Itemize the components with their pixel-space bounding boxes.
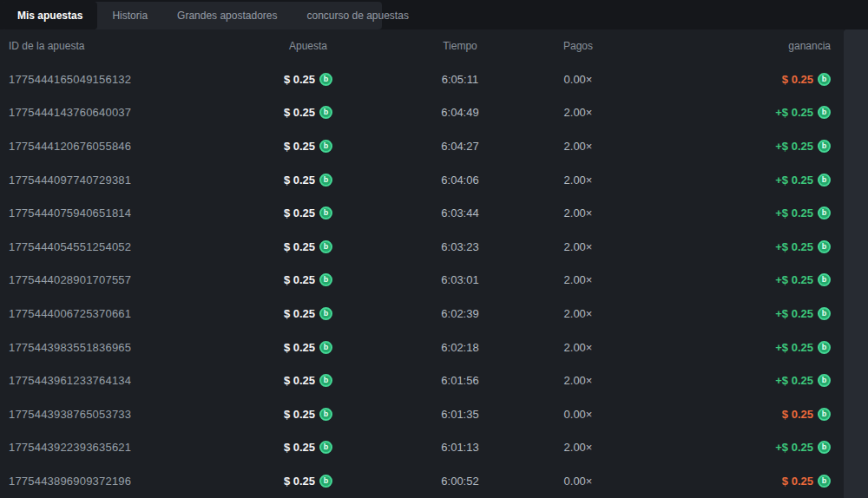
coin-icon: b — [818, 341, 831, 354]
bet-amount-cell: $ 0.25 b — [243, 374, 373, 387]
table-row[interactable]: 1775443896909372196 $ 0.25 b 6:00:52 0.0… — [0, 464, 844, 498]
table-row[interactable]: 1775444165049156132 $ 0.25 b 6:05:11 0.0… — [0, 62, 844, 96]
bet-time: 6:02:39 — [373, 307, 547, 320]
table-row[interactable]: 1775444075940651814 $ 0.25 b 6:03:44 2.0… — [0, 196, 844, 230]
table-row[interactable]: 1775444006725370661 $ 0.25 b 6:02:39 2.0… — [0, 297, 844, 331]
profit-amount: $ 0.25 — [782, 73, 813, 86]
bet-payout-multiplier: 2.00× — [547, 174, 609, 187]
bet-time: 6:04:49 — [373, 106, 547, 119]
profit-cell: +$ 0.25 b — [609, 273, 831, 286]
coin-icon: b — [319, 240, 332, 253]
coin-icon: b — [319, 475, 332, 488]
bet-time: 6:00:52 — [373, 475, 547, 488]
column-header-bet: Apuesta — [243, 40, 373, 52]
bet-amount: $ 0.25 — [284, 273, 315, 286]
bet-amount-cell: $ 0.25 b — [243, 174, 373, 187]
profit-cell: +$ 0.25 b — [609, 341, 831, 354]
coin-icon: b — [319, 341, 332, 354]
vertical-scrollbar[interactable] — [844, 29, 868, 498]
coin-icon: b — [818, 73, 831, 86]
table-row[interactable]: 1775444143760640037 $ 0.25 b 6:04:49 2.0… — [0, 96, 844, 130]
profit-amount: +$ 0.25 — [775, 206, 813, 220]
profit-amount: +$ 0.25 — [775, 174, 813, 187]
bets-table: ID de la apuesta Apuesta Tiempo Pagos ga… — [0, 29, 844, 498]
bet-payout-multiplier: 2.00× — [547, 374, 609, 387]
bet-payout-multiplier: 2.00× — [547, 206, 609, 220]
tab-grandes-apostadores[interactable]: Grandes apostadores — [162, 2, 292, 29]
bet-payout-multiplier: 2.00× — [547, 140, 609, 153]
coin-icon: b — [818, 140, 831, 153]
coin-icon: b — [818, 374, 831, 387]
table-row[interactable]: 1775443922393635621 $ 0.25 b 6:01:13 2.0… — [0, 431, 844, 465]
bet-id: 1775444120676055846 — [9, 140, 243, 153]
bet-amount: $ 0.25 — [284, 475, 315, 488]
bet-amount: $ 0.25 — [284, 341, 315, 354]
bet-payout-multiplier: 0.00× — [547, 408, 609, 421]
bet-amount: $ 0.25 — [284, 73, 315, 86]
bets-page: Mis apuestas Historia Grandes apostadore… — [0, 0, 868, 498]
bet-payout-multiplier: 2.00× — [547, 106, 609, 119]
bet-time: 6:03:23 — [373, 240, 547, 253]
bet-payout-multiplier: 2.00× — [547, 240, 609, 253]
coin-icon: b — [319, 106, 332, 119]
bet-time: 6:04:27 — [373, 140, 547, 153]
bet-time: 6:03:01 — [373, 273, 547, 286]
bets-tab-bar: Mis apuestas Historia Grandes apostadore… — [3, 2, 382, 29]
bet-amount-cell: $ 0.25 b — [243, 73, 373, 86]
profit-cell: +$ 0.25 b — [609, 441, 831, 454]
profit-amount: +$ 0.25 — [775, 106, 813, 119]
table-row[interactable]: 1775443961233764134 $ 0.25 b 6:01:56 2.0… — [0, 364, 844, 397]
profit-cell: +$ 0.25 b — [609, 174, 831, 187]
coin-icon: b — [818, 408, 831, 421]
table-row[interactable]: 1775444028901707557 $ 0.25 b 6:03:01 2.0… — [0, 264, 844, 298]
profit-amount: $ 0.25 — [782, 408, 813, 421]
bet-id: 1775443938765053733 — [9, 408, 243, 421]
coin-icon: b — [319, 374, 332, 387]
profit-cell: $ 0.25 b — [609, 73, 831, 86]
table-row[interactable]: 1775443983551836965 $ 0.25 b 6:02:18 2.0… — [0, 331, 844, 364]
tab-historia[interactable]: Historia — [97, 2, 162, 29]
profit-amount: +$ 0.25 — [775, 341, 813, 354]
profit-cell: +$ 0.25 b — [609, 240, 831, 253]
profit-amount: +$ 0.25 — [775, 441, 813, 454]
column-header-profit: ganancia — [609, 40, 831, 52]
tab-mis-apuestas[interactable]: Mis apuestas — [3, 2, 97, 29]
coin-icon: b — [319, 206, 332, 220]
bet-time: 6:05:11 — [373, 73, 547, 86]
profit-cell: +$ 0.25 b — [609, 374, 831, 387]
coin-icon: b — [319, 273, 332, 286]
bet-id: 1775444143760640037 — [9, 106, 243, 119]
coin-icon: b — [319, 307, 332, 320]
bet-amount: $ 0.25 — [284, 206, 315, 220]
bet-amount-cell: $ 0.25 b — [243, 307, 373, 320]
table-row[interactable]: 1775443938765053733 $ 0.25 b 6:01:35 0.0… — [0, 397, 844, 431]
bet-time: 6:04:06 — [373, 174, 547, 187]
bet-time: 6:01:13 — [373, 441, 547, 454]
bet-time: 6:02:18 — [373, 341, 547, 354]
bet-id: 1775444075940651814 — [9, 206, 243, 220]
bet-id: 1775444097740729381 — [9, 174, 243, 187]
bet-amount: $ 0.25 — [284, 307, 315, 320]
table-row[interactable]: 1775444054551254052 $ 0.25 b 6:03:23 2.0… — [0, 230, 844, 264]
profit-amount: +$ 0.25 — [775, 140, 813, 153]
table-row[interactable]: 1775444120676055846 $ 0.25 b 6:04:27 2.0… — [0, 129, 844, 163]
table-header-row: ID de la apuesta Apuesta Tiempo Pagos ga… — [0, 29, 844, 62]
coin-icon: b — [319, 73, 332, 86]
bet-id: 1775443896909372196 — [9, 475, 243, 488]
bet-time: 6:01:56 — [373, 374, 547, 387]
coin-icon: b — [818, 106, 831, 119]
bet-amount: $ 0.25 — [284, 174, 315, 187]
table-row[interactable]: 1775444097740729381 $ 0.25 b 6:04:06 2.0… — [0, 163, 844, 197]
tab-concurso-de-apuestas[interactable]: concurso de apuestas — [292, 2, 423, 29]
bet-amount-cell: $ 0.25 b — [243, 408, 373, 421]
bet-table-body: 1775444165049156132 $ 0.25 b 6:05:11 0.0… — [0, 62, 844, 498]
bet-amount: $ 0.25 — [284, 240, 315, 253]
bet-amount: $ 0.25 — [284, 140, 315, 153]
bet-amount-cell: $ 0.25 b — [243, 273, 373, 286]
bet-payout-multiplier: 0.00× — [547, 73, 609, 86]
profit-cell: +$ 0.25 b — [609, 206, 831, 220]
bet-amount-cell: $ 0.25 b — [243, 106, 373, 119]
coin-icon: b — [818, 174, 831, 187]
coin-icon: b — [319, 441, 332, 454]
bet-amount: $ 0.25 — [284, 374, 315, 387]
